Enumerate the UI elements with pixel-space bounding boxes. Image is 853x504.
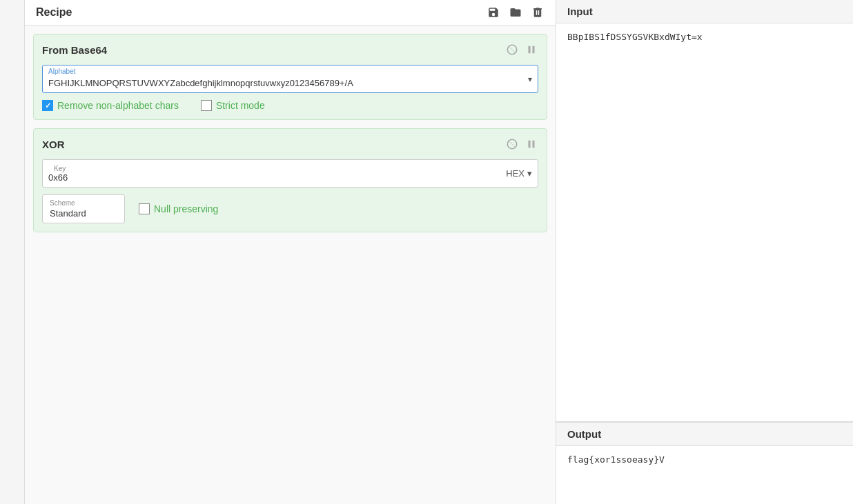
scheme-row: Scheme Standard Null preserving: [42, 194, 538, 223]
input-section: Input BBpIBS1fDSSYGSVKBxdWIyt=x: [556, 0, 853, 421]
output-header: Output: [556, 423, 853, 446]
hex-dropdown[interactable]: HEX ▾: [506, 168, 532, 179]
key-label: Key: [54, 165, 66, 172]
options-row: Remove non-alphabet chars Strict mode: [42, 100, 538, 111]
alphabet-field: Alphabet ▾: [42, 65, 538, 93]
input-value: BBpIBS1fDSSYGSVKBxdWIyt=x: [567, 32, 703, 42]
alphabet-dropdown-icon[interactable]: ▾: [528, 74, 532, 84]
null-preserving-label: Null preserving: [154, 203, 218, 214]
null-preserving-option[interactable]: Null preserving: [139, 203, 218, 214]
strict-mode-label: Strict mode: [216, 100, 265, 111]
xor-pause-icon[interactable]: [524, 137, 538, 151]
save-icon[interactable]: [487, 6, 500, 19]
remove-nonalpha-option[interactable]: Remove non-alphabet chars: [42, 100, 179, 111]
key-value: 0x66: [48, 163, 506, 184]
recipe-header-icons: [487, 6, 545, 19]
alphabet-label: Alphabet: [48, 68, 75, 75]
recipe-content: From Base64 Alphabet ▾: [25, 26, 556, 504]
input-content: BBpIBS1fDSSYGSVKBxdWIyt=x: [556, 23, 853, 421]
strict-mode-option[interactable]: Strict mode: [201, 100, 265, 111]
recipe-panel: Recipe: [25, 0, 556, 504]
trash-icon[interactable]: [531, 6, 545, 19]
key-field: Key 0x66 HEX ▾: [42, 159, 538, 188]
xor-block: XOR Key 0x66 HEX ▾: [33, 128, 547, 232]
remove-nonalpha-label: Remove non-alphabet chars: [57, 100, 179, 111]
xor-title: XOR: [42, 139, 65, 150]
from-base64-header: From Base64: [42, 43, 538, 57]
scheme-select[interactable]: Scheme Standard: [42, 194, 125, 223]
scheme-label: Scheme: [50, 199, 117, 207]
from-base64-title: From Base64: [42, 44, 107, 56]
scheme-value: Standard: [50, 208, 117, 219]
null-preserving-checkbox[interactable]: [139, 203, 150, 214]
remove-nonalpha-checkbox[interactable]: [42, 100, 53, 111]
left-sidebar: [0, 0, 25, 504]
input-header: Input: [556, 0, 853, 23]
strict-mode-checkbox[interactable]: [201, 100, 212, 111]
output-value: flag{xor1ssoeasy}V: [567, 454, 665, 465]
alphabet-input[interactable]: [48, 68, 522, 90]
output-content: flag{xor1ssoeasy}V: [556, 446, 853, 473]
xor-disable-icon[interactable]: [505, 137, 519, 151]
output-section: Output flag{xor1ssoeasy}V: [556, 421, 853, 504]
disable-icon[interactable]: [505, 43, 519, 57]
right-panel: Input BBpIBS1fDSSYGSVKBxdWIyt=x Output f…: [556, 0, 853, 504]
from-base64-block: From Base64 Alphabet ▾: [33, 34, 547, 120]
recipe-header: Recipe: [25, 0, 556, 26]
from-base64-controls: [505, 43, 538, 57]
recipe-title: Recipe: [36, 6, 72, 19]
folder-icon[interactable]: [509, 6, 522, 19]
xor-header: XOR: [42, 137, 538, 151]
pause-icon[interactable]: [524, 43, 538, 57]
xor-controls: [505, 137, 538, 151]
